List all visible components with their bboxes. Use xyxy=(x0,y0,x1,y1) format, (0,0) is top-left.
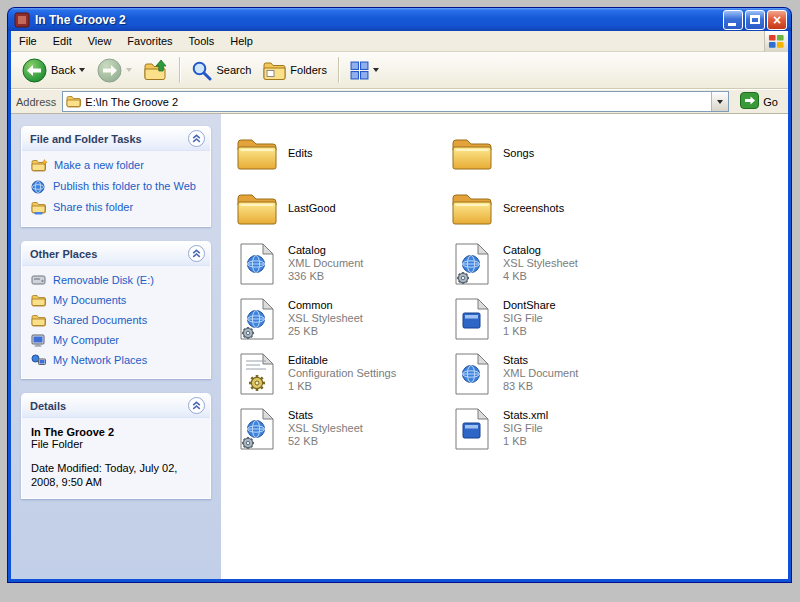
sig-file-icon xyxy=(448,295,496,343)
panel-header-file-and-folder-tasks[interactable]: File and Folder Tasks xyxy=(22,127,210,151)
xml-document-icon xyxy=(233,240,281,288)
file-type: XML Document xyxy=(288,257,363,270)
xsl-stylesheet-icon xyxy=(448,240,496,288)
go-icon xyxy=(740,92,759,111)
file-name: DontShare xyxy=(503,299,556,312)
sidebar-item-share-this-folder[interactable]: Share this folder xyxy=(31,201,202,215)
maximize-icon xyxy=(750,15,760,24)
chevron-up-icon[interactable] xyxy=(188,130,205,147)
window-title: In The Groove 2 xyxy=(35,13,723,27)
menu-favorites[interactable]: Favorites xyxy=(119,32,180,50)
panel-header-other-places[interactable]: Other Places xyxy=(22,242,210,266)
file-tile-dontshare-sig-file[interactable]: DontShare SIG File 1 KB xyxy=(446,291,661,346)
network-places-icon xyxy=(31,354,47,367)
menu-items: FileEditViewFavoritesToolsHelp xyxy=(11,31,764,51)
file-tile-text: Stats.xml SIG File 1 KB xyxy=(503,409,548,448)
file-size: 83 KB xyxy=(503,380,578,393)
folders-button[interactable]: Folders xyxy=(258,57,332,84)
config-settings-icon xyxy=(233,350,281,398)
chevron-up-icon[interactable] xyxy=(188,397,205,414)
back-label: Back xyxy=(51,64,75,76)
folders-icon xyxy=(263,60,286,81)
sidebar-item-make-a-new-folder[interactable]: Make a new folder xyxy=(31,159,202,173)
menu-file[interactable]: File xyxy=(11,32,45,50)
file-tile-stats-xml-document[interactable]: Stats XML Document 83 KB xyxy=(446,346,661,401)
file-name: Editable xyxy=(288,354,396,367)
sidebar-item-removable-disk-e[interactable]: Removable Disk (E:) xyxy=(31,274,202,287)
file-name: Stats xyxy=(503,354,578,367)
file-tile-catalog-xml-document[interactable]: Catalog XML Document 336 KB xyxy=(231,236,446,291)
sidebar-item-label: Make a new folder xyxy=(54,159,144,172)
folder-contents: Edits Songs LastGood Screenshots Catalog… xyxy=(221,114,788,579)
panel-title: Other Places xyxy=(30,248,97,260)
folder-icon xyxy=(66,95,81,108)
search-label: Search xyxy=(216,64,251,76)
folder-icon xyxy=(448,130,496,178)
maximize-button[interactable] xyxy=(745,10,765,30)
minimize-button[interactable] xyxy=(723,10,743,30)
file-type: SIG File xyxy=(503,312,556,325)
my-computer-icon xyxy=(31,334,47,347)
file-tile-screenshots[interactable]: Screenshots xyxy=(446,181,661,236)
file-type: Configuration Settings xyxy=(288,367,396,380)
go-button[interactable]: Go xyxy=(735,92,783,111)
sidebar-item-my-computer[interactable]: My Computer xyxy=(31,334,202,347)
file-size: 52 KB xyxy=(288,435,363,448)
forward-icon xyxy=(97,58,122,83)
close-button[interactable]: × xyxy=(767,10,787,30)
menu-tools[interactable]: Tools xyxy=(181,32,223,50)
address-input[interactable]: E:\In The Groove 2 xyxy=(62,91,729,112)
up-button[interactable] xyxy=(139,55,173,85)
share-folder-icon xyxy=(31,201,47,215)
sidebar-item-label: Shared Documents xyxy=(53,314,147,327)
address-dropdown-button[interactable] xyxy=(711,92,728,111)
file-name: Common xyxy=(288,299,363,312)
sidebar-item-my-network-places[interactable]: My Network Places xyxy=(31,354,202,367)
panel-other-places: Other Places Removable Disk (E:) My Docu… xyxy=(21,241,211,379)
file-tile-edits[interactable]: Edits xyxy=(231,126,446,181)
file-tile-editable-configuration-settings[interactable]: Editable Configuration Settings 1 KB xyxy=(231,346,446,401)
file-name: Songs xyxy=(503,147,534,160)
views-icon xyxy=(350,61,369,80)
menu-help[interactable]: Help xyxy=(222,32,261,50)
toolbar-separator xyxy=(179,57,180,83)
sidebar-item-shared-documents[interactable]: Shared Documents xyxy=(31,314,202,327)
chevron-up-icon[interactable] xyxy=(188,245,205,262)
panel-body: Make a new folder Publish this folder to… xyxy=(22,151,210,226)
chevron-down-icon xyxy=(717,100,723,104)
titlebar[interactable]: In The Groove 2 × xyxy=(8,8,791,31)
toolbar-separator xyxy=(338,57,339,83)
menu-edit[interactable]: Edit xyxy=(45,32,80,50)
back-button[interactable]: Back xyxy=(17,55,90,86)
file-tile-text: Catalog XSL Stylesheet 4 KB xyxy=(503,244,578,283)
forward-button[interactable] xyxy=(92,55,137,86)
file-tile-text: Stats XSL Stylesheet 52 KB xyxy=(288,409,363,448)
panel-body: In The Groove 2 File Folder Date Modifie… xyxy=(22,418,210,498)
sidebar-item-my-documents[interactable]: My Documents xyxy=(31,294,202,307)
file-type: SIG File xyxy=(503,422,548,435)
folder-icon xyxy=(233,185,281,233)
file-tile-lastgood[interactable]: LastGood xyxy=(231,181,446,236)
file-tile-catalog-xsl-stylesheet[interactable]: Catalog XSL Stylesheet 4 KB xyxy=(446,236,661,291)
views-dropdown-icon[interactable] xyxy=(373,68,379,72)
back-dropdown-icon[interactable] xyxy=(79,68,85,72)
file-size: 336 KB xyxy=(288,270,363,283)
file-tile-common-xsl-stylesheet[interactable]: Common XSL Stylesheet 25 KB xyxy=(231,291,446,346)
menu-view[interactable]: View xyxy=(80,32,120,50)
my-documents-icon xyxy=(31,294,47,307)
explorer-main: File and Folder Tasks Make a new folder … xyxy=(11,114,788,579)
sidebar-item-publish-this-folder-to-the-web[interactable]: Publish this folder to the Web xyxy=(31,180,202,194)
file-name: Edits xyxy=(288,147,312,160)
views-button[interactable] xyxy=(345,58,384,83)
folders-label: Folders xyxy=(290,64,327,76)
file-tile-stats-xml-sig-file[interactable]: Stats.xml SIG File 1 KB xyxy=(446,401,661,456)
panel-header-details[interactable]: Details xyxy=(22,394,210,418)
file-grid: Edits Songs LastGood Screenshots Catalog… xyxy=(231,126,788,456)
sidebar-item-label: My Documents xyxy=(53,294,126,307)
file-tile-text: Songs xyxy=(503,147,534,160)
menu-bar: FileEditViewFavoritesToolsHelp xyxy=(11,31,788,52)
file-tile-songs[interactable]: Songs xyxy=(446,126,661,181)
back-icon xyxy=(22,58,47,83)
search-button[interactable]: Search xyxy=(186,57,256,84)
file-tile-stats-xsl-stylesheet[interactable]: Stats XSL Stylesheet 52 KB xyxy=(231,401,446,456)
